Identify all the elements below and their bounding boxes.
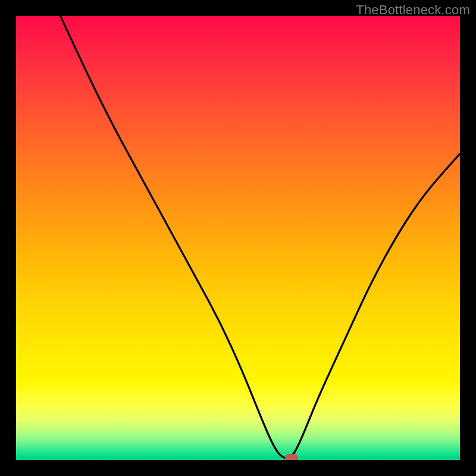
chart-wrapper: TheBottleneck.com: [0, 0, 476, 476]
optimal-marker: [285, 454, 298, 460]
bottleneck-curve: [16, 16, 460, 460]
plot-area: [16, 16, 460, 460]
watermark-text: TheBottleneck.com: [356, 2, 470, 18]
